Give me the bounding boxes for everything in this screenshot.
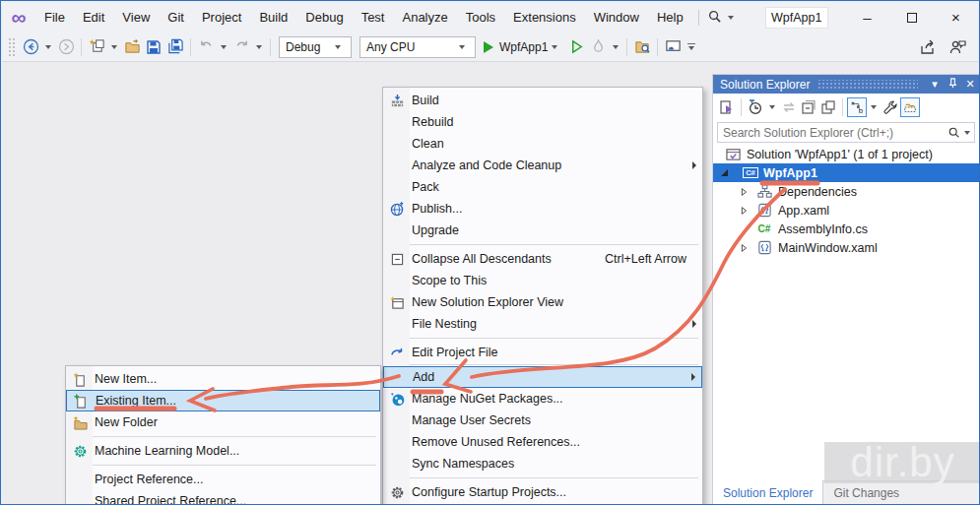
nuget-icon [383, 392, 412, 407]
show-all-files-icon[interactable] [900, 97, 920, 117]
menu-file[interactable]: File [35, 2, 74, 32]
menu-separator [387, 477, 698, 478]
solution-platform-dropdown[interactable]: Any CPU [359, 36, 476, 58]
new-project-button[interactable] [86, 36, 107, 58]
redo-button[interactable] [230, 36, 252, 58]
menu-item-pack[interactable]: Pack [383, 176, 702, 198]
menu-item-sync-namespaces[interactable]: Sync Namespaces [383, 453, 702, 474]
undo-history-chevron-icon[interactable] [221, 45, 227, 49]
menu-view[interactable]: View [113, 2, 159, 32]
menu-item-scope-to-this[interactable]: Scope to This [383, 270, 702, 291]
menu-help[interactable]: Help [648, 2, 692, 32]
expander-collapsed-icon[interactable] [739, 242, 749, 252]
undo-button[interactable] [195, 36, 217, 58]
collapse-all-icon[interactable] [799, 97, 818, 117]
solution-configuration-dropdown[interactable]: Debug [279, 36, 352, 58]
menu-analyze[interactable]: Analyze [393, 2, 456, 32]
maximize-button[interactable] [889, 9, 934, 26]
menu-extensions[interactable]: Extensions [504, 2, 585, 32]
browser-home-button[interactable] [662, 36, 684, 58]
find-in-files-button[interactable] [631, 36, 653, 58]
start-without-debugging-button[interactable] [565, 36, 587, 58]
toolbar-grip-handle[interactable] [8, 37, 16, 57]
menu-item-new-folder[interactable]: New Folder [66, 411, 380, 433]
tree-row-app-xaml[interactable]: App.xaml [713, 201, 979, 220]
menu-item-collapse-all-descendants[interactable]: Collapse All Descendants Ctrl+Left Arrow [383, 248, 702, 270]
copy-view-icon[interactable] [818, 97, 838, 117]
share-icon[interactable] [917, 36, 939, 58]
start-debugging-button[interactable]: WpfApp1 [484, 40, 561, 54]
menu-item-file-nesting[interactable]: File Nesting [383, 313, 702, 335]
filter-chevron-icon[interactable] [769, 105, 775, 109]
switch-views-icon[interactable] [717, 97, 737, 117]
toolbar-options-button[interactable] [687, 43, 695, 51]
pin-icon[interactable] [944, 78, 961, 91]
window-position-chevron-icon[interactable]: ▾ [926, 78, 944, 91]
menu-edit[interactable]: Edit [74, 2, 113, 32]
menu-item-existing-item[interactable]: Existing Item... [66, 390, 380, 411]
sync-options-chevron-icon[interactable] [871, 105, 877, 109]
menu-item-project-reference[interactable]: Project Reference... [66, 469, 380, 490]
menu-item-upgrade[interactable]: Upgrade [383, 220, 702, 241]
menu-build[interactable]: Build [250, 2, 296, 32]
tree-row-assemblyinfo[interactable]: C# AssemblyInfo.cs [713, 220, 979, 238]
minimize-button[interactable]: – [845, 9, 889, 26]
menu-debug[interactable]: Debug [296, 2, 352, 32]
menu-test[interactable]: Test [353, 2, 394, 32]
menu-git[interactable]: Git [159, 2, 193, 32]
expander-collapsed-icon[interactable] [739, 186, 749, 196]
feedback-icon[interactable] [947, 36, 968, 58]
menu-item-add[interactable]: Add [383, 366, 702, 388]
solution-explorer-search [717, 122, 975, 143]
expander-expanded-icon[interactable] [721, 169, 728, 176]
hot-reload-chevron-icon[interactable] [613, 45, 619, 49]
menu-item-new-item[interactable]: New Item... [66, 368, 380, 390]
menu-item-manage-nuget-packages[interactable]: Manage NuGet Packages... [383, 388, 702, 410]
navigate-forward-button[interactable] [55, 36, 77, 58]
tree-row-solution[interactable]: Solution 'WpfApp1' (1 of 1 project) [713, 145, 979, 163]
tree-row-dependencies[interactable]: Dependencies [713, 182, 979, 201]
close-button[interactable]: × [934, 9, 978, 26]
search-dropdown-chevron-icon[interactable] [728, 16, 734, 20]
menu-window[interactable]: Window [585, 2, 648, 32]
menu-item-new-solution-explorer-view[interactable]: New Solution Explorer View [383, 291, 702, 313]
sync-icon[interactable] [779, 97, 799, 117]
quick-launch-search-box[interactable]: WpfApp1 [765, 7, 828, 29]
redo-history-chevron-icon[interactable] [256, 45, 262, 49]
back-history-chevron-icon[interactable] [45, 45, 51, 49]
menu-item-clean[interactable]: Clean [383, 133, 702, 155]
open-folder-button[interactable] [121, 36, 143, 58]
sync-with-active-document-icon[interactable] [847, 97, 867, 117]
panel-drag-grip[interactable] [817, 80, 918, 89]
search-icon[interactable] [707, 9, 722, 27]
menu-item-rebuild[interactable]: Rebuild [383, 111, 702, 133]
menu-project[interactable]: Project [193, 2, 250, 32]
menu-tools[interactable]: Tools [457, 2, 504, 32]
search-options-chevron-icon[interactable] [964, 131, 970, 135]
search-input[interactable] [718, 126, 947, 140]
save-all-button[interactable] [164, 36, 186, 58]
search-icon[interactable] [947, 126, 960, 139]
expander-collapsed-icon[interactable] [739, 205, 749, 215]
tree-row-mainwindow-xaml[interactable]: MainWindow.xaml [713, 238, 979, 257]
close-panel-icon[interactable]: ✕ [961, 78, 979, 91]
tab-solution-explorer[interactable]: Solution Explorer [713, 480, 823, 505]
titlebar: ∞ File Edit View Git Project Build Debug… [2, 2, 978, 32]
hot-reload-button[interactable] [587, 36, 609, 58]
new-project-chevron-icon[interactable] [111, 45, 117, 49]
menu-item-edit-project-file[interactable]: Edit Project File [383, 342, 702, 363]
menu-item-machine-learning-model[interactable]: Machine Learning Model... [66, 440, 380, 462]
menu-item-remove-unused-references[interactable]: Remove Unused References... [383, 431, 702, 453]
pending-changes-filter-icon[interactable] [746, 97, 765, 117]
menu-item-build[interactable]: Build [383, 90, 702, 111]
solution-explorer-header[interactable]: Solution Explorer ▾ ✕ [713, 75, 979, 94]
menu-item-shared-project-reference[interactable]: Shared Project Reference... [66, 490, 380, 505]
menu-item-publish[interactable]: Publish... [383, 198, 702, 220]
wrench-icon[interactable] [881, 97, 900, 117]
menu-item-configure-startup-projects[interactable]: Configure Startup Projects... [383, 481, 702, 503]
save-button[interactable] [143, 36, 164, 58]
menu-item-manage-user-secrets[interactable]: Manage User Secrets [383, 410, 702, 431]
navigate-back-button[interactable] [20, 36, 41, 58]
menu-item-analyze-code-cleanup[interactable]: Analyze and Code Cleanup [383, 155, 702, 176]
tree-row-project-wpfapp1[interactable]: C# WpfApp1 [713, 163, 979, 182]
